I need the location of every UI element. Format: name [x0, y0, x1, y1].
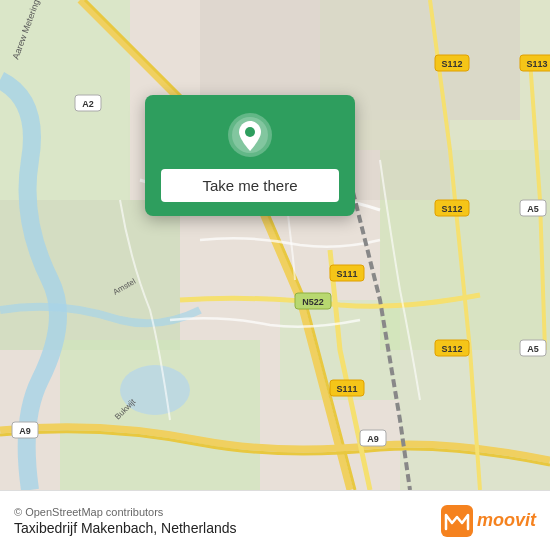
take-me-there-button[interactable]: Take me there — [161, 169, 339, 202]
business-name: Taxibedrijf Makenbach, Netherlands — [14, 520, 441, 536]
svg-text:S111: S111 — [336, 384, 357, 394]
svg-text:A5: A5 — [527, 344, 539, 354]
svg-text:A9: A9 — [19, 426, 31, 436]
svg-point-40 — [245, 127, 255, 137]
svg-text:S113: S113 — [526, 59, 547, 69]
popup-card: Take me there — [145, 95, 355, 216]
map-container: A2 A9 A9 S112 S113 S112 A5 S112 A5 S111 … — [0, 0, 550, 490]
copyright-text: © OpenStreetMap contributors — [14, 506, 441, 518]
svg-text:S111: S111 — [336, 269, 357, 279]
svg-text:A9: A9 — [367, 434, 379, 444]
moovit-logo: moovit — [441, 505, 536, 537]
location-pin-icon — [228, 113, 272, 157]
svg-text:S112: S112 — [441, 204, 462, 214]
svg-text:S112: S112 — [441, 344, 462, 354]
svg-text:N522: N522 — [302, 297, 324, 307]
bottom-bar: © OpenStreetMap contributors Taxibedrijf… — [0, 490, 550, 550]
moovit-m-icon — [441, 505, 473, 537]
svg-text:A5: A5 — [527, 204, 539, 214]
moovit-text: moovit — [477, 510, 536, 531]
svg-text:S112: S112 — [441, 59, 462, 69]
svg-text:A2: A2 — [82, 99, 94, 109]
